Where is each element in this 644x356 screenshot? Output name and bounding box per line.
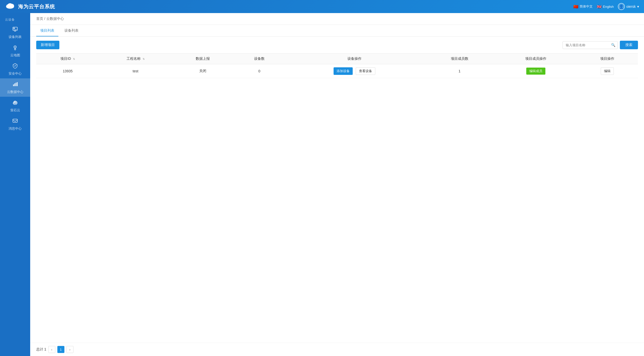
app-title: 海为云平台系统: [18, 3, 55, 10]
sidebar-item-dahua[interactable]: 萤石云: [0, 97, 30, 115]
header-right: 🇨🇳 简体中文 🇬🇧 English 👤 oiersk ▾: [573, 3, 639, 10]
sidebar-label-cloud-data: 云数据中心: [7, 90, 23, 94]
sidebar-item-message[interactable]: 消息中心: [0, 115, 30, 133]
add-device-button[interactable]: 添加设备: [334, 67, 353, 75]
edit-member-button[interactable]: 编辑成员: [526, 68, 545, 75]
sidebar-item-cloud-map[interactable]: 云地图: [0, 42, 30, 60]
search-input[interactable]: [562, 41, 618, 49]
lang-en-button[interactable]: 🇬🇧 English: [597, 4, 614, 9]
svg-rect-13: [16, 83, 16, 86]
breadcrumb-home[interactable]: 首页: [36, 17, 43, 21]
pagination-prev[interactable]: ‹: [48, 346, 55, 353]
sidebar-item-security[interactable]: 安全中心: [0, 60, 30, 78]
user-avatar: 👤: [618, 3, 625, 10]
col-device-count: 设备数: [233, 54, 285, 64]
sidebar: 云设备 设备列表 云地图 安全中心 云数据中心: [0, 13, 30, 356]
search-icon: 🔍: [611, 43, 615, 47]
tabs: 项目列表 设备列表: [30, 25, 644, 37]
svg-rect-14: [17, 82, 18, 86]
sidebar-label-security: 安全中心: [9, 71, 22, 76]
cloud-map-icon: [12, 45, 18, 52]
security-icon: [12, 63, 18, 70]
breadcrumb-separator: /: [44, 17, 45, 21]
cell-project-id: 13935: [36, 64, 99, 78]
message-icon: [12, 118, 18, 125]
pagination-current-page[interactable]: 1: [57, 346, 64, 353]
username-label: oiersk: [626, 5, 636, 9]
device-ops-group: 添加设备 查看设备: [289, 67, 420, 75]
pagination-next[interactable]: ›: [66, 346, 73, 353]
cell-project-ops: 编辑: [576, 64, 638, 78]
main-layout: 云设备 设备列表 云地图 安全中心 云数据中心: [0, 13, 644, 356]
sort-icon-id[interactable]: ⇅: [73, 58, 75, 60]
pagination: 总计 1 ‹ 1 ›: [30, 343, 644, 356]
col-device-ops: 设备操作: [285, 54, 424, 64]
device-list-icon: [12, 26, 18, 33]
user-menu[interactable]: 👤 oiersk ▾: [618, 3, 639, 10]
view-device-button[interactable]: 查看设备: [356, 67, 375, 75]
logo-icon: [5, 2, 15, 11]
col-project-ops: 项目操作: [576, 54, 638, 64]
breadcrumb: 首页 / 云数据中心: [30, 13, 644, 25]
tab-project-list[interactable]: 项目列表: [36, 25, 58, 36]
edit-project-button[interactable]: 编辑: [601, 67, 614, 75]
table-row: 13935 test 关闭 0 添加设备 查看设备 1: [36, 64, 638, 78]
cell-member-ops: 编辑成员: [495, 64, 576, 78]
col-project-name: 工程名称 ⇅: [99, 54, 172, 64]
sidebar-label-message: 消息中心: [9, 126, 22, 131]
lang-cn-label: 简体中文: [580, 4, 593, 9]
svg-rect-5: [13, 28, 15, 29]
sort-icon-name[interactable]: ⇅: [143, 58, 145, 60]
sidebar-label-dahua: 萤石云: [10, 108, 20, 113]
svg-point-3: [8, 3, 13, 7]
svg-rect-12: [14, 83, 15, 86]
svg-rect-19: [13, 119, 17, 122]
sidebar-label-cloud-map: 云地图: [10, 53, 20, 58]
sidebar-label-device-list: 设备列表: [9, 35, 22, 39]
project-table: 项目ID ⇅ 工程名称 ⇅ 数据上报 设备数 设备操作 项目成员数 项目成: [36, 53, 638, 78]
table-header-row: 项目ID ⇅ 工程名称 ⇅ 数据上报 设备数 设备操作 项目成员数 项目成: [36, 54, 638, 64]
lang-cn-button[interactable]: 🇨🇳 简体中文: [573, 4, 593, 9]
add-project-button[interactable]: 新增项目: [36, 41, 59, 49]
sidebar-section-label: 云设备: [0, 16, 30, 23]
table-wrapper: 项目ID ⇅ 工程名称 ⇅ 数据上报 设备数 设备操作 项目成员数 项目成: [30, 53, 644, 343]
search-input-wrapper: 🔍: [562, 41, 618, 49]
breadcrumb-current: 云数据中心: [46, 17, 64, 21]
header: 海为云平台系统 🇨🇳 简体中文 🇬🇧 English 👤 oiersk ▾: [0, 0, 644, 13]
sidebar-item-device-list[interactable]: 设备列表: [0, 23, 30, 42]
dahua-icon: [12, 100, 18, 107]
col-member-count: 项目成员数: [424, 54, 495, 64]
sidebar-item-cloud-data[interactable]: 云数据中心: [0, 78, 30, 97]
cell-member-count: 1: [424, 64, 495, 78]
col-project-id: 项目ID ⇅: [36, 54, 99, 64]
cell-device-count: 0: [233, 64, 285, 78]
search-button[interactable]: 搜索: [620, 41, 638, 49]
col-member-ops: 项目成员操作: [495, 54, 576, 64]
pagination-total: 总计 1: [36, 347, 46, 352]
header-left: 海为云平台系统: [5, 2, 55, 11]
svg-rect-11: [13, 84, 14, 86]
search-area: 🔍 搜索: [562, 41, 638, 49]
tab-device-list[interactable]: 设备列表: [60, 25, 83, 36]
content-area: 首页 / 云数据中心 项目列表 设备列表 新增项目 �: [30, 13, 644, 356]
cell-data-upload: 关闭: [172, 64, 233, 78]
dropdown-icon: ▾: [637, 5, 639, 9]
cloud-data-icon: [12, 81, 18, 88]
col-data-upload: 数据上报: [172, 54, 233, 64]
svg-point-10: [15, 46, 16, 47]
page-content: 项目列表 设备列表 新增项目 🔍 搜索: [30, 25, 644, 356]
lang-en-label: English: [603, 5, 614, 9]
cell-project-name: test: [99, 64, 172, 78]
cell-device-ops: 添加设备 查看设备: [285, 64, 424, 78]
toolbar: 新增项目 🔍 搜索: [30, 37, 644, 53]
